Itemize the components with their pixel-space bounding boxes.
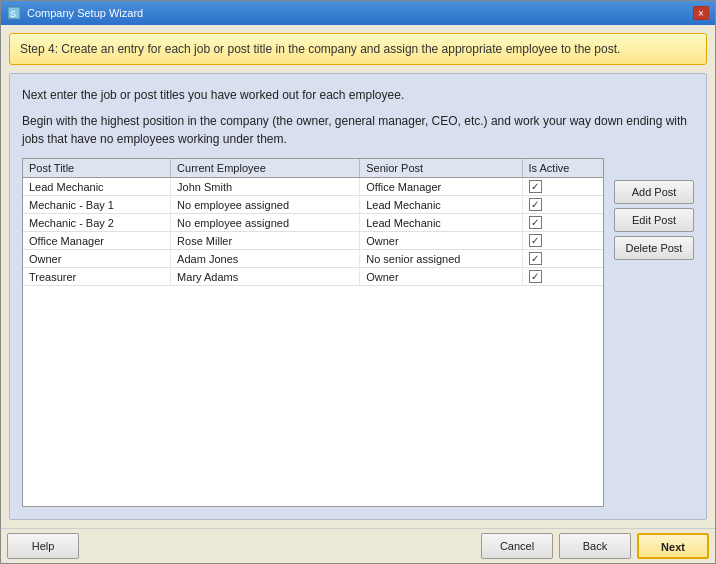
- col-current-employee: Current Employee: [171, 159, 360, 178]
- cell-post-title: Treasurer: [23, 268, 171, 286]
- cell-current-employee: John Smith: [171, 178, 360, 196]
- add-post-button[interactable]: Add Post: [614, 180, 694, 204]
- cancel-button[interactable]: Cancel: [481, 533, 553, 559]
- table-area: Post Title Current Employee Senior Post …: [22, 158, 694, 507]
- side-button-panel: Add Post Edit Post Delete Post: [614, 158, 694, 260]
- cell-current-employee: No employee assigned: [171, 196, 360, 214]
- table-header-row: Post Title Current Employee Senior Post …: [23, 159, 603, 178]
- is-active-checkbox[interactable]: ✓: [529, 180, 542, 193]
- delete-post-button[interactable]: Delete Post: [614, 236, 694, 260]
- cell-is-active: ✓: [522, 196, 603, 214]
- is-active-checkbox[interactable]: ✓: [529, 216, 542, 229]
- step-banner: Step 4: Create an entry for each job or …: [9, 33, 707, 65]
- col-is-active: Is Active: [522, 159, 603, 178]
- instruction-line2: Begin with the highest position in the c…: [22, 112, 694, 148]
- instructions: Next enter the job or post titles you ha…: [22, 86, 694, 148]
- footer-left: Help: [7, 533, 79, 559]
- main-panel: Next enter the job or post titles you ha…: [9, 73, 707, 520]
- is-active-checkbox[interactable]: ✓: [529, 198, 542, 211]
- cell-post-title: Lead Mechanic: [23, 178, 171, 196]
- cell-senior-post: Owner: [360, 268, 522, 286]
- cell-senior-post: Office Manager: [360, 178, 522, 196]
- cell-current-employee: Rose Miller: [171, 232, 360, 250]
- help-button[interactable]: Help: [7, 533, 79, 559]
- cell-senior-post: Owner: [360, 232, 522, 250]
- title-bar-left: S Company Setup Wizard: [7, 6, 143, 20]
- table-row[interactable]: Lead MechanicJohn SmithOffice Manager✓: [23, 178, 603, 196]
- cell-is-active: ✓: [522, 250, 603, 268]
- col-senior-post: Senior Post: [360, 159, 522, 178]
- content-area: Step 4: Create an entry for each job or …: [1, 25, 715, 528]
- step-banner-text: Step 4: Create an entry for each job or …: [20, 42, 620, 56]
- cell-is-active: ✓: [522, 214, 603, 232]
- table-row[interactable]: Mechanic - Bay 2No employee assignedLead…: [23, 214, 603, 232]
- cell-is-active: ✓: [522, 232, 603, 250]
- window-title: Company Setup Wizard: [27, 7, 143, 19]
- cell-current-employee: No employee assigned: [171, 214, 360, 232]
- table-row[interactable]: TreasurerMary AdamsOwner✓: [23, 268, 603, 286]
- cell-senior-post: Lead Mechanic: [360, 214, 522, 232]
- close-button[interactable]: ×: [693, 6, 709, 20]
- title-bar: S Company Setup Wizard ×: [1, 1, 715, 25]
- cell-current-employee: Mary Adams: [171, 268, 360, 286]
- cell-senior-post: Lead Mechanic: [360, 196, 522, 214]
- cell-senior-post: No senior assigned: [360, 250, 522, 268]
- footer-right: Cancel Back Next: [481, 533, 709, 559]
- next-button[interactable]: Next: [637, 533, 709, 559]
- app-icon: S: [7, 6, 21, 20]
- cell-post-title: Office Manager: [23, 232, 171, 250]
- posts-table: Post Title Current Employee Senior Post …: [23, 159, 603, 286]
- cell-post-title: Owner: [23, 250, 171, 268]
- cell-post-title: Mechanic - Bay 1: [23, 196, 171, 214]
- cell-is-active: ✓: [522, 178, 603, 196]
- col-post-title: Post Title: [23, 159, 171, 178]
- back-button[interactable]: Back: [559, 533, 631, 559]
- table-row[interactable]: Office ManagerRose MillerOwner✓: [23, 232, 603, 250]
- edit-post-button[interactable]: Edit Post: [614, 208, 694, 232]
- is-active-checkbox[interactable]: ✓: [529, 252, 542, 265]
- main-window: S Company Setup Wizard × Step 4: Create …: [0, 0, 716, 564]
- table-row[interactable]: Mechanic - Bay 1No employee assignedLead…: [23, 196, 603, 214]
- table-row[interactable]: OwnerAdam JonesNo senior assigned✓: [23, 250, 603, 268]
- instruction-line1: Next enter the job or post titles you ha…: [22, 86, 694, 104]
- cell-current-employee: Adam Jones: [171, 250, 360, 268]
- footer: Help Cancel Back Next: [1, 528, 715, 563]
- svg-text:S: S: [10, 9, 16, 19]
- posts-table-container[interactable]: Post Title Current Employee Senior Post …: [22, 158, 604, 507]
- is-active-checkbox[interactable]: ✓: [529, 270, 542, 283]
- is-active-checkbox[interactable]: ✓: [529, 234, 542, 247]
- cell-post-title: Mechanic - Bay 2: [23, 214, 171, 232]
- cell-is-active: ✓: [522, 268, 603, 286]
